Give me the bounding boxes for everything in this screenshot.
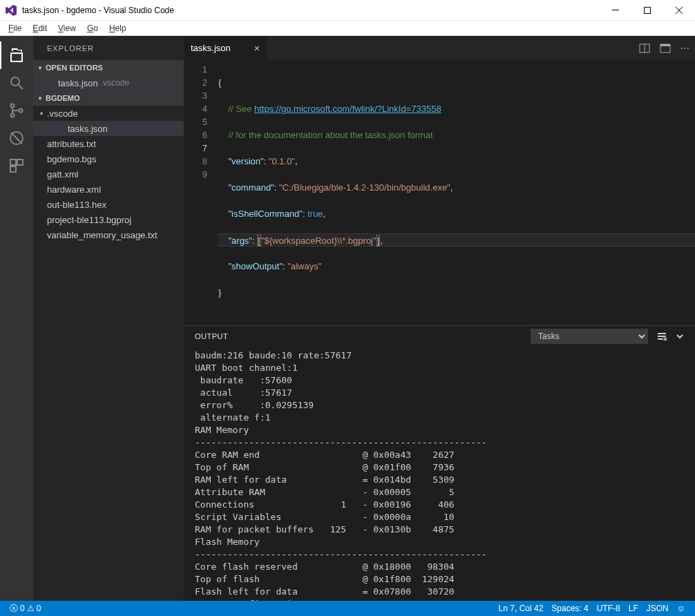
svg-line-3 [19, 85, 23, 89]
open-editors-tree: tasks.json .vscode [33, 75, 184, 90]
output-tab[interactable]: OUTPUT [195, 332, 228, 340]
file-item[interactable]: project-ble113.bgproj [33, 212, 184, 227]
menu-help[interactable]: Help [104, 22, 132, 35]
code-lines[interactable]: { // See https://go.microsoft.com/fwlink… [218, 63, 695, 325]
menu-go[interactable]: Go [82, 22, 104, 35]
minimize-button[interactable] [600, 0, 631, 21]
folder-vscode[interactable]: ▾.vscode [33, 106, 184, 121]
activity-git[interactable] [0, 97, 33, 124]
titlebar: tasks.json - bgdemo - Visual Studio Code [0, 0, 695, 21]
workbench: EXPLORER ▾OPEN EDITORS tasks.json .vscod… [0, 36, 695, 601]
svg-point-2 [11, 77, 19, 86]
menu-edit[interactable]: Edit [27, 22, 53, 35]
activity-search[interactable] [0, 69, 33, 97]
tab-label: tasks.json [191, 43, 231, 53]
sidebar-title: EXPLORER [33, 36, 184, 60]
statusbar: ⓧ0 ⚠0 Ln 7, Col 42 Spaces: 4 UTF-8 LF JS… [0, 601, 695, 616]
svg-rect-8 [10, 160, 16, 165]
output-body[interactable]: baudm:216 baude:10 rate:57617 UART boot … [184, 347, 695, 601]
file-item[interactable]: variable_memory_usage.txt [33, 227, 184, 242]
panel-chevron-icon[interactable] [676, 332, 684, 340]
file-item[interactable]: bgdemo.bgs [33, 151, 184, 166]
status-language[interactable]: JSON [642, 604, 673, 613]
clear-output-icon[interactable] [656, 331, 667, 341]
tab-close-button[interactable]: × [246, 43, 260, 54]
svg-point-5 [11, 114, 15, 117]
activity-explorer[interactable] [0, 41, 33, 69]
svg-rect-0 [612, 10, 619, 10]
file-item[interactable]: attributes.txt [33, 136, 184, 151]
more-actions-icon[interactable]: ··· [680, 42, 689, 55]
output-channel-selector[interactable]: Tasks [531, 329, 648, 344]
warning-icon: ⚠ [27, 604, 35, 613]
svg-point-4 [11, 104, 15, 108]
maximize-button[interactable] [631, 0, 663, 21]
tab-actions: ··· [639, 36, 695, 60]
status-errors-warnings[interactable]: ⓧ0 ⚠0 [6, 603, 45, 615]
file-tasks-json[interactable]: tasks.json [33, 121, 184, 136]
folder-tree: ▾.vscode tasks.json attributes.txt bgdem… [33, 106, 184, 242]
svg-point-6 [19, 109, 23, 113]
editor-group: tasks.json × ··· 123456789 { // See http… [184, 36, 695, 601]
status-spaces[interactable]: Spaces: 4 [547, 604, 592, 613]
error-icon: ⓧ [10, 603, 18, 615]
open-editor-item[interactable]: tasks.json .vscode [33, 75, 184, 90]
svg-rect-1 [645, 7, 651, 13]
folder-header[interactable]: ▾BGDEMO [33, 90, 184, 106]
tabbar: tasks.json × ··· [184, 36, 695, 60]
vscode-app-icon [6, 5, 17, 16]
status-feedback-icon[interactable]: ☺ [673, 604, 689, 613]
file-item[interactable]: hardware.xml [33, 182, 184, 197]
sidebar: EXPLORER ▾OPEN EDITORS tasks.json .vscod… [33, 36, 184, 601]
status-eol[interactable]: LF [625, 604, 642, 613]
status-cursor[interactable]: Ln 7, Col 42 [495, 604, 548, 613]
open-editors-header[interactable]: ▾OPEN EDITORS [33, 60, 184, 75]
menubar: File Edit View Go Help [0, 21, 695, 36]
line-gutter: 123456789 [184, 63, 218, 325]
file-item[interactable]: gatt.xml [33, 166, 184, 182]
output-panel: OUTPUT Tasks baudm:216 baude:10 rate:576… [184, 325, 695, 601]
menu-view[interactable]: View [53, 22, 82, 35]
code-editor[interactable]: 123456789 { // See https://go.microsoft.… [184, 60, 695, 325]
activity-extensions[interactable] [0, 152, 33, 180]
status-encoding[interactable]: UTF-8 [593, 604, 625, 613]
window-controls [600, 0, 695, 21]
output-panel-header: OUTPUT Tasks [184, 326, 695, 347]
activity-debug[interactable] [0, 124, 33, 152]
window-title: tasks.json - bgdemo - Visual Studio Code [22, 6, 600, 15]
svg-rect-10 [10, 166, 16, 172]
close-button[interactable] [663, 0, 695, 21]
svg-rect-9 [17, 160, 23, 165]
split-editor-icon[interactable] [639, 43, 650, 54]
menu-file[interactable]: File [3, 22, 27, 35]
svg-rect-14 [660, 44, 670, 46]
activity-bar [0, 36, 33, 601]
show-opened-editors-icon[interactable] [660, 43, 671, 54]
tab-tasks-json[interactable]: tasks.json × [184, 36, 267, 60]
file-item[interactable]: out-ble113.hex [33, 197, 184, 212]
